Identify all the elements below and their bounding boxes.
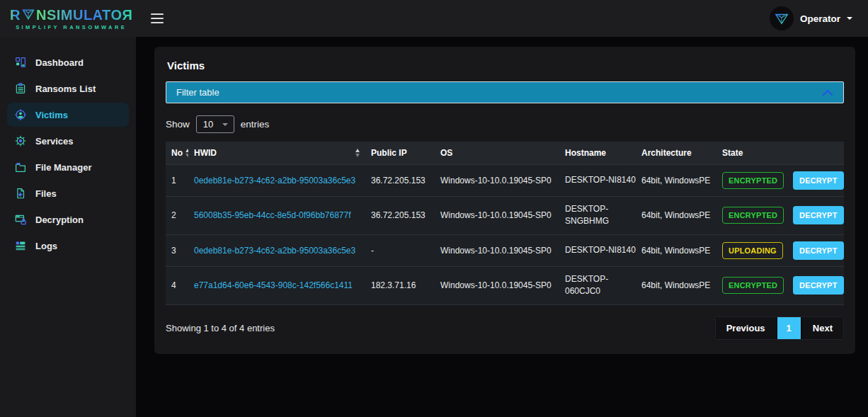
pagination: Previous 1 Next bbox=[715, 316, 844, 340]
status-badge: ENCRYPTED bbox=[722, 207, 784, 224]
status-badge: UPLOADING bbox=[722, 242, 783, 259]
column-header-architecture: Architecture bbox=[636, 142, 716, 165]
cell-hwid: 0edeb81e-b273-4c62-a2bb-95003a36c5e3 bbox=[188, 165, 365, 197]
sidebar-item-file-manager[interactable]: File Manager bbox=[7, 155, 129, 179]
sidebar-item-label: Logs bbox=[35, 241, 57, 251]
column-header-state: State bbox=[716, 142, 787, 165]
column-header-hostname: Hostname bbox=[559, 142, 636, 165]
page-title: Victims bbox=[167, 59, 844, 72]
page-size-select[interactable]: 10 bbox=[196, 115, 234, 133]
cell-architecture: 64bit, WindowsPE bbox=[636, 197, 716, 235]
cell-architecture: 64bit, WindowsPE bbox=[636, 165, 716, 197]
sidebar-item-services[interactable]: Services bbox=[7, 129, 129, 153]
cell-os: Windows-10-10.0.19045-SP0 bbox=[435, 266, 559, 304]
sidebar-item-label: Services bbox=[35, 136, 74, 147]
sort-icon bbox=[355, 147, 360, 159]
cell-os: Windows-10-10.0.19045-SP0 bbox=[435, 234, 559, 266]
hamburger-icon[interactable] bbox=[148, 8, 166, 29]
chevron-up-icon bbox=[822, 89, 833, 96]
avatar bbox=[770, 6, 794, 30]
decryption-icon bbox=[14, 213, 27, 226]
brand-tagline: SIMPLIFY RANSOMWARE bbox=[16, 24, 127, 30]
table-row: 1 0edeb81e-b273-4c62-a2bb-95003a36c5e3 3… bbox=[166, 165, 844, 197]
brand-wordmark: R NSIMULATOЯ bbox=[10, 7, 132, 23]
cell-action: DECRYPT bbox=[787, 266, 844, 304]
cell-hwid: e77a1d64-60e6-4543-908c-142f566c1411 bbox=[188, 266, 365, 304]
show-label: Show bbox=[166, 119, 190, 130]
caret-down-icon bbox=[847, 17, 852, 23]
dashboard-icon bbox=[14, 56, 27, 69]
status-badge: ENCRYPTED bbox=[722, 172, 784, 189]
cell-action: DECRYPT bbox=[787, 165, 844, 197]
column-header-no[interactable]: No bbox=[166, 142, 188, 165]
next-page-button[interactable]: Next bbox=[802, 317, 843, 339]
cell-state: UPLOADING bbox=[716, 234, 787, 266]
logs-icon bbox=[14, 239, 27, 252]
sidebar-item-logs[interactable]: Logs bbox=[7, 234, 129, 258]
sidebar: Dashboard Ransoms List Victims Services bbox=[0, 37, 136, 417]
cell-no: 3 bbox=[166, 234, 188, 266]
sidebar-item-label: Files bbox=[35, 188, 57, 199]
cell-os: Windows-10-10.0.19045-SP0 bbox=[435, 165, 559, 197]
hwid-link[interactable]: 56008b35-95eb-44cc-8e5d-0f96bb76877f bbox=[194, 210, 351, 220]
cell-action: DECRYPT bbox=[787, 234, 844, 266]
sidebar-item-victims[interactable]: Victims bbox=[7, 103, 129, 127]
column-header-os: OS bbox=[435, 142, 559, 165]
avatar-triangle-icon bbox=[774, 11, 789, 26]
cell-os: Windows-10-10.0.19045-SP0 bbox=[435, 197, 559, 235]
topbar: R NSIMULATOЯ SIMPLIFY RANSOMWARE Operato… bbox=[0, 0, 868, 37]
column-header-public-ip: Public IP bbox=[365, 142, 435, 165]
cell-hostname: DESKTOP-NI81402 bbox=[559, 234, 636, 266]
decrypt-button[interactable]: DECRYPT bbox=[793, 241, 844, 260]
table-row: 3 0edeb81e-b273-4c62-a2bb-95003a36c5e3 -… bbox=[166, 234, 844, 266]
column-header-action bbox=[787, 142, 844, 165]
previous-page-button[interactable]: Previous bbox=[716, 317, 777, 339]
cell-hostname: DESKTOP-SNGBHMG bbox=[559, 197, 636, 235]
cell-public-ip: - bbox=[365, 234, 435, 266]
show-entries-row: Show 10 entries bbox=[166, 115, 844, 133]
cell-state: ENCRYPTED bbox=[716, 197, 787, 235]
cell-state: ENCRYPTED bbox=[716, 266, 787, 304]
hwid-link[interactable]: e77a1d64-60e6-4543-908c-142f566c1411 bbox=[194, 280, 353, 290]
cell-hwid: 0edeb81e-b273-4c62-a2bb-95003a36c5e3 bbox=[188, 234, 365, 266]
decrypt-button[interactable]: DECRYPT bbox=[793, 276, 844, 295]
entries-label: entries bbox=[241, 119, 270, 130]
cell-hostname: DESKTOP-060CJC0 bbox=[559, 266, 636, 304]
file-manager-icon bbox=[14, 161, 27, 173]
brand-triangle-icon bbox=[21, 7, 35, 21]
hwid-link[interactable]: 0edeb81e-b273-4c62-a2bb-95003a36c5e3 bbox=[194, 246, 355, 256]
filter-table-label: Filter table bbox=[176, 87, 219, 98]
cell-public-ip: 36.72.205.153 bbox=[365, 197, 435, 235]
sidebar-item-ransoms-list[interactable]: Ransoms List bbox=[7, 76, 129, 101]
cell-action: DECRYPT bbox=[787, 197, 844, 235]
sidebar-item-label: Dashboard bbox=[35, 57, 84, 68]
sort-icon bbox=[185, 147, 188, 159]
victims-panel: Victims Filter table Show 10 entries bbox=[154, 47, 855, 354]
user-label: Operator bbox=[800, 13, 840, 24]
cell-architecture: 64bit, WindowsPE bbox=[636, 234, 716, 266]
victims-icon bbox=[14, 108, 27, 121]
sidebar-item-decryption[interactable]: Decryption bbox=[7, 207, 129, 232]
brand-logo[interactable]: R NSIMULATOЯ SIMPLIFY RANSOMWARE bbox=[10, 7, 132, 30]
user-menu[interactable]: Operator bbox=[770, 6, 852, 30]
services-icon bbox=[14, 135, 27, 147]
decrypt-button[interactable]: DECRYPT bbox=[793, 206, 844, 224]
cell-hwid: 56008b35-95eb-44cc-8e5d-0f96bb76877f bbox=[188, 197, 365, 235]
brand-text-suffix: NSIMULATOЯ bbox=[36, 8, 132, 22]
cell-state: ENCRYPTED bbox=[716, 165, 787, 197]
column-header-hwid[interactable]: HWID bbox=[188, 142, 365, 165]
filter-table-toggle[interactable]: Filter table bbox=[166, 81, 844, 103]
hwid-link[interactable]: 0edeb81e-b273-4c62-a2bb-95003a36c5e3 bbox=[194, 176, 355, 185]
page-size-select-wrap: 10 bbox=[196, 115, 234, 133]
sidebar-item-label: Decryption bbox=[35, 215, 84, 225]
sidebar-item-files[interactable]: Files bbox=[7, 181, 129, 205]
sidebar-item-dashboard[interactable]: Dashboard bbox=[7, 50, 129, 74]
cell-architecture: 64bit, WindowsPE bbox=[636, 266, 716, 304]
decrypt-button[interactable]: DECRYPT bbox=[793, 171, 844, 190]
status-badge: ENCRYPTED bbox=[722, 277, 784, 294]
current-page-button[interactable]: 1 bbox=[777, 317, 802, 339]
table-footer: Showing 1 to 4 of 4 entries Previous 1 N… bbox=[166, 316, 844, 340]
files-icon bbox=[14, 187, 27, 200]
main-content: Victims Filter table Show 10 entries bbox=[136, 37, 868, 417]
sidebar-item-label: File Manager bbox=[35, 162, 91, 173]
